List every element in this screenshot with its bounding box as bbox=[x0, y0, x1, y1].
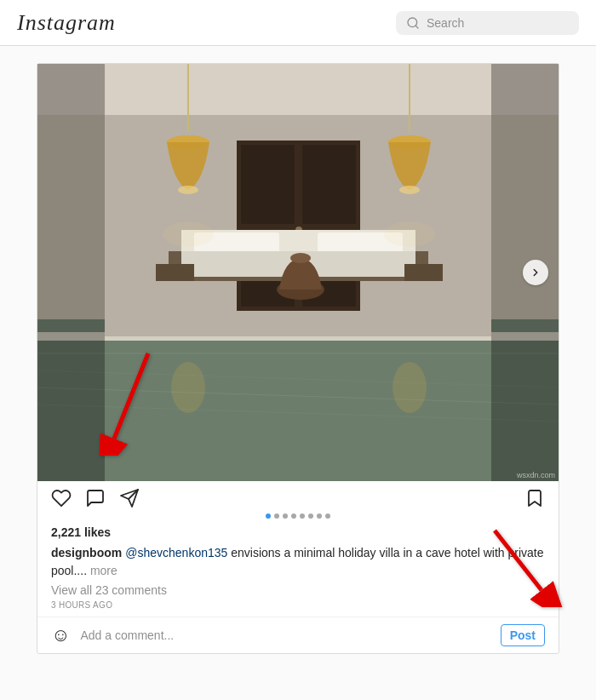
svg-point-34 bbox=[399, 186, 420, 194]
svg-rect-36 bbox=[37, 64, 105, 481]
comment-area: ☺ Post bbox=[37, 617, 559, 653]
emoji-button[interactable]: ☺ bbox=[51, 624, 70, 646]
svg-rect-3 bbox=[37, 64, 559, 115]
dot-2 bbox=[274, 514, 279, 519]
caption-mention[interactable]: @shevchenkon135 bbox=[125, 546, 227, 559]
heart-icon bbox=[51, 488, 72, 508]
search-box[interactable] bbox=[396, 11, 579, 35]
like-button[interactable] bbox=[51, 488, 72, 508]
instagram-logo: Instagram bbox=[17, 10, 116, 36]
search-input[interactable] bbox=[427, 16, 569, 30]
post-card: wsxdn.com bbox=[37, 63, 559, 654]
save-button[interactable] bbox=[524, 488, 545, 508]
bookmark-icon bbox=[524, 488, 545, 508]
svg-rect-26 bbox=[156, 264, 194, 281]
search-icon bbox=[406, 16, 420, 30]
comment-icon bbox=[85, 488, 106, 508]
post-actions bbox=[37, 481, 559, 508]
svg-point-35 bbox=[384, 221, 435, 247]
dot-8 bbox=[325, 514, 330, 519]
dot-1 bbox=[266, 514, 271, 519]
caption-username[interactable]: designboom bbox=[51, 546, 122, 559]
svg-point-39 bbox=[393, 362, 427, 413]
svg-rect-14 bbox=[302, 145, 356, 224]
next-slide-button[interactable] bbox=[523, 260, 548, 285]
svg-point-38 bbox=[171, 362, 205, 413]
dot-7 bbox=[317, 514, 322, 519]
svg-rect-27 bbox=[404, 264, 443, 281]
dot-4 bbox=[291, 514, 296, 519]
caption-more[interactable]: more bbox=[90, 564, 117, 577]
svg-rect-13 bbox=[241, 145, 295, 224]
post-caption: designboom@shevchenkon135 envisions a mi… bbox=[37, 542, 559, 582]
comment-input[interactable] bbox=[80, 628, 490, 642]
post-image: wsxdn.com bbox=[37, 64, 559, 481]
svg-rect-5 bbox=[37, 336, 559, 481]
dot-3 bbox=[283, 514, 288, 519]
svg-point-25 bbox=[290, 253, 311, 263]
watermark: wsxdn.com bbox=[517, 471, 555, 479]
likes-count[interactable]: 2,221 likes bbox=[37, 522, 559, 542]
post-comment-button[interactable]: Post bbox=[501, 624, 545, 646]
share-button[interactable] bbox=[119, 488, 140, 508]
svg-point-31 bbox=[163, 221, 214, 247]
carousel-dots bbox=[37, 510, 559, 522]
chevron-right-icon bbox=[530, 267, 542, 278]
svg-line-1 bbox=[415, 26, 418, 28]
svg-point-30 bbox=[178, 186, 198, 194]
post-time: 3 HOURS AGO bbox=[37, 599, 559, 617]
view-comments[interactable]: View all 23 comments bbox=[37, 582, 559, 599]
dot-6 bbox=[308, 514, 313, 519]
header: Instagram bbox=[0, 0, 596, 46]
share-icon bbox=[119, 488, 140, 508]
comment-button[interactable] bbox=[85, 488, 106, 508]
dot-5 bbox=[300, 514, 305, 519]
